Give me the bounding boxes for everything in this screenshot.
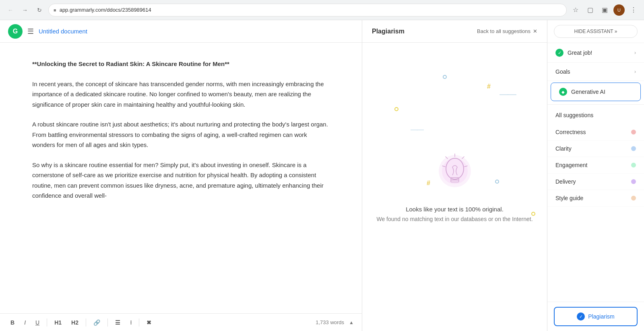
word-count-chevron: ▲ xyxy=(349,320,354,325)
category-correctness[interactable]: Correctness xyxy=(547,124,644,141)
app-container: G ☰ Untitled document **Unlocking the Se… xyxy=(0,20,644,331)
gen-ai-label: Generative AI xyxy=(571,89,632,95)
suggestions-header: HIDE ASSISTANT » xyxy=(547,20,644,43)
editor-content[interactable]: **Unlocking the Secret to Radiant Skin: … xyxy=(0,43,362,313)
great-job-chevron: › xyxy=(634,50,636,56)
paragraph-1: In recent years, the concept of skincare… xyxy=(32,79,330,110)
split-button[interactable]: ▣ xyxy=(599,4,610,16)
hide-assistant-label: HIDE ASSISTANT » xyxy=(574,29,617,34)
bold-button[interactable]: B xyxy=(8,318,17,327)
grammarly-logo: G xyxy=(8,24,23,39)
green-check-icon: ✓ xyxy=(555,49,564,57)
back-to-suggestions-link[interactable]: Back to all suggestions ✕ xyxy=(477,28,537,34)
clarity-label: Clarity xyxy=(555,145,631,152)
address-bar[interactable]: ■ app.grammarly.com/ddocs/2358989614 xyxy=(48,4,567,17)
browser-actions: ☆ ▢ ▣ U ⋮ xyxy=(570,4,639,16)
all-suggestions-label: All suggestions xyxy=(555,112,593,118)
editor-toolbar: G ☰ Untitled document xyxy=(0,20,362,43)
correctness-dot xyxy=(631,130,636,134)
paragraph-3: So why is a skincare routine essential f… xyxy=(32,160,330,201)
back-link-text: Back to all suggestions xyxy=(477,28,530,34)
clarity-dot xyxy=(631,146,636,151)
deco-hash-1: # xyxy=(487,83,491,90)
suggestions-divider xyxy=(547,104,644,105)
deco-dash-2: — — xyxy=(411,125,422,134)
plagiarism-title: Plagiarism xyxy=(372,28,405,35)
gen-ai-icon: ◆ xyxy=(559,88,567,96)
address-icon: ■ xyxy=(54,8,56,12)
goals-label: Goals xyxy=(555,68,634,75)
format-separator-1 xyxy=(47,319,47,327)
plagiarism-button[interactable]: ✓ Plagiarism xyxy=(554,307,638,326)
paragraph-2: A robust skincare routine isn't just abo… xyxy=(32,119,330,150)
hide-assistant-button[interactable]: HIDE ASSISTANT » xyxy=(554,25,638,38)
generative-ai-item[interactable]: ◆ Generative AI xyxy=(551,83,641,101)
style-guide-dot xyxy=(631,196,636,201)
bookmark-button[interactable]: ☆ xyxy=(570,4,581,16)
category-style-guide[interactable]: Style guide xyxy=(547,190,644,207)
menu-icon[interactable]: ☰ xyxy=(27,27,34,36)
suggestions-panel: HIDE ASSISTANT » ✓ Great job! › Goals › … xyxy=(547,20,644,331)
unordered-list-button[interactable]: ⁝ xyxy=(128,318,134,327)
engagement-dot xyxy=(631,163,636,168)
plagiarism-primary-message: Looks like your text is 100% original. xyxy=(376,206,533,213)
doc-heading: **Unlocking the Secret to Radiant Skin: … xyxy=(32,59,330,69)
plagiarism-secondary-message: We found no matching text in our databas… xyxy=(376,216,533,222)
lightbulb-svg xyxy=(435,152,475,196)
back-link-close-icon: ✕ xyxy=(533,28,537,34)
editor-footer: B I U H1 H2 🔗 ☰ ⁝ ✖ 1,733 words ▲ xyxy=(0,313,362,331)
plagiarism-panel: Plagiarism Back to all suggestions ✕ # #… xyxy=(362,20,547,331)
goals-item[interactable]: Goals › xyxy=(547,63,644,81)
deco-circle-3 xyxy=(495,180,499,184)
extensions-button[interactable]: ▢ xyxy=(584,4,596,16)
user-avatar[interactable]: U xyxy=(613,4,625,16)
engagement-label: Engagement xyxy=(555,162,631,168)
browser-chrome: ← → ↻ ■ app.grammarly.com/ddocs/23589896… xyxy=(0,0,644,20)
great-job-label: Great job! xyxy=(568,50,634,56)
url-text: app.grammarly.com/ddocs/2358989614 xyxy=(60,7,561,13)
category-engagement[interactable]: Engagement xyxy=(547,157,644,174)
delivery-dot xyxy=(631,179,636,184)
category-delivery[interactable]: Delivery xyxy=(547,174,644,190)
deco-circle-4 xyxy=(531,212,535,216)
delivery-label: Delivery xyxy=(555,178,631,185)
deco-circle-1 xyxy=(443,75,447,79)
category-clarity[interactable]: Clarity xyxy=(547,141,644,157)
style-guide-label: Style guide xyxy=(555,195,631,201)
correctness-label: Correctness xyxy=(555,129,631,135)
lightbulb-container xyxy=(435,152,475,198)
plagiarism-btn-check-icon: ✓ xyxy=(577,312,585,321)
editor-panel: G ☰ Untitled document **Unlocking the Se… xyxy=(0,20,362,331)
format-separator-3 xyxy=(107,319,108,327)
link-button[interactable]: 🔗 xyxy=(91,318,103,327)
forward-button[interactable]: → xyxy=(19,4,31,16)
plagiarism-btn-label: Plagiarism xyxy=(588,313,614,320)
doc-title[interactable]: Untitled document xyxy=(39,28,354,35)
format-separator-4 xyxy=(139,319,139,327)
deco-hash-2: # xyxy=(427,180,430,187)
underline-button[interactable]: U xyxy=(33,318,42,327)
great-job-item[interactable]: ✓ Great job! › xyxy=(547,43,644,63)
word-count: 1,733 words xyxy=(316,319,344,325)
back-button[interactable]: ← xyxy=(5,4,16,16)
goals-chevron: › xyxy=(634,69,636,74)
all-suggestions-item[interactable]: All suggestions xyxy=(547,106,644,124)
deco-circle-2 xyxy=(394,107,398,111)
h2-button[interactable]: H2 xyxy=(69,318,81,327)
reload-button[interactable]: ↻ xyxy=(34,4,45,16)
plagiarism-body: # # — — — — xyxy=(362,43,547,331)
ordered-list-button[interactable]: ☰ xyxy=(113,318,123,327)
menu-button[interactable]: ⋮ xyxy=(628,4,639,16)
h1-button[interactable]: H1 xyxy=(52,318,64,327)
italic-button[interactable]: I xyxy=(22,318,28,327)
plagiarism-bottom-area: ✓ Plagiarism xyxy=(547,302,644,331)
plagiarism-message: Looks like your text is 100% original. W… xyxy=(376,206,533,222)
clear-format-button[interactable]: ✖ xyxy=(144,318,154,327)
deco-dash-1: — — xyxy=(500,89,515,99)
format-separator-2 xyxy=(86,319,86,327)
plagiarism-header: Plagiarism Back to all suggestions ✕ xyxy=(362,20,547,43)
